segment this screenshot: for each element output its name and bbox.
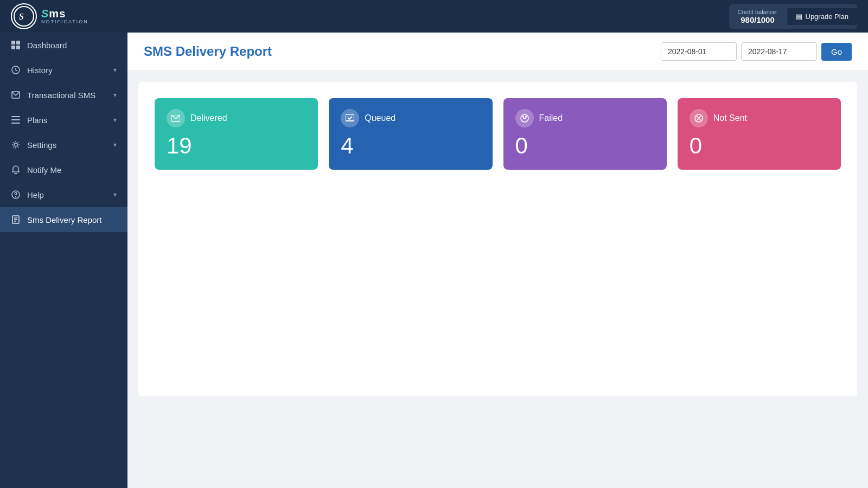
svg-point-22 bbox=[522, 116, 524, 117]
sidebar-item-notify-me[interactable]: Notify Me bbox=[0, 157, 127, 182]
chevron-down-icon: ▾ bbox=[113, 66, 117, 74]
logo-circle: S bbox=[11, 3, 37, 29]
chevron-down-icon: ▾ bbox=[113, 191, 117, 198]
bell-icon bbox=[11, 165, 21, 175]
question-icon bbox=[11, 190, 21, 200]
grid-icon bbox=[11, 40, 21, 50]
gear-icon bbox=[11, 140, 21, 150]
list-icon bbox=[11, 115, 21, 125]
sidebar-item-sms-delivery-report-label: Sms Delivery Report bbox=[27, 215, 102, 224]
svg-rect-2 bbox=[11, 41, 15, 44]
svg-rect-8 bbox=[11, 116, 20, 117]
upgrade-label: Upgrade Plan bbox=[806, 12, 849, 21]
queued-card: Queued 4 bbox=[329, 98, 492, 170]
sidebar-item-transactional-sms[interactable]: Transactional SMS ▾ bbox=[0, 82, 127, 107]
go-button[interactable]: Go bbox=[821, 43, 852, 61]
sidebar-item-plans[interactable]: Plans ▾ bbox=[0, 107, 127, 132]
failed-icon bbox=[515, 109, 534, 127]
queued-count: 4 bbox=[341, 133, 480, 159]
upgrade-plan-button[interactable]: ▤ Upgrade Plan bbox=[787, 8, 858, 25]
svg-point-21 bbox=[521, 114, 528, 122]
logo-notification-label: NOTIFICATION bbox=[41, 20, 88, 25]
sidebar-item-history-label: History bbox=[27, 66, 53, 75]
svg-rect-20 bbox=[346, 114, 354, 121]
header-right: Credit balance: 980/1000 ▤ Upgrade Plan bbox=[729, 4, 858, 29]
svg-point-14 bbox=[16, 197, 16, 197]
sidebar-item-settings[interactable]: Settings ▾ bbox=[0, 132, 127, 157]
svg-rect-10 bbox=[11, 123, 20, 124]
date-to-input[interactable] bbox=[741, 42, 817, 61]
envelope-icon bbox=[11, 90, 21, 100]
logo: S Sms NOTIFICATION bbox=[11, 3, 88, 29]
clock-icon bbox=[11, 65, 21, 75]
page-title-accent: S bbox=[144, 44, 152, 59]
svg-rect-4 bbox=[11, 46, 15, 49]
sidebar: Dashboard History ▾ bbox=[0, 33, 127, 488]
sidebar-item-settings-label: Settings bbox=[27, 140, 56, 150]
sidebar-item-plans-label: Plans bbox=[27, 115, 48, 125]
credit-label: Credit balance: bbox=[738, 9, 778, 15]
chevron-down-icon: ▾ bbox=[113, 116, 117, 124]
upgrade-icon: ▤ bbox=[796, 12, 802, 21]
svg-point-0 bbox=[14, 7, 34, 26]
queued-label: Queued bbox=[365, 113, 395, 123]
stats-grid: Delivered 19 Queued bbox=[155, 98, 841, 170]
sidebar-item-help[interactable]: Help ▾ bbox=[0, 182, 127, 207]
sidebar-item-transactional-sms-label: Transactional SMS bbox=[27, 91, 95, 100]
main-content: SMS Delivery Report Go bbox=[127, 33, 868, 488]
delivered-count: 19 bbox=[167, 133, 306, 159]
svg-rect-5 bbox=[16, 46, 20, 49]
sidebar-item-dashboard-label: Dashboard bbox=[27, 41, 67, 50]
sidebar-item-history[interactable]: History ▾ bbox=[0, 57, 127, 82]
cards-area: Delivered 19 Queued bbox=[138, 82, 857, 396]
delivered-label: Delivered bbox=[190, 113, 227, 123]
sidebar-item-help-label: Help bbox=[27, 190, 44, 200]
credit-value: 980/1000 bbox=[738, 15, 778, 24]
sidebar-item-sms-delivery-report[interactable]: Sms Delivery Report bbox=[0, 207, 127, 232]
svg-rect-9 bbox=[11, 119, 20, 120]
date-controls: Go bbox=[661, 42, 852, 61]
date-from-input[interactable] bbox=[661, 42, 737, 61]
failed-label: Failed bbox=[539, 113, 563, 123]
page-header: SMS Delivery Report Go bbox=[127, 33, 868, 71]
file-icon bbox=[11, 215, 21, 224]
svg-rect-3 bbox=[16, 41, 20, 44]
credit-balance: Credit balance: 980/1000 bbox=[729, 4, 787, 29]
svg-text:S: S bbox=[19, 12, 24, 21]
failed-card: Failed 0 bbox=[503, 98, 667, 170]
logo-text: Sms NOTIFICATION bbox=[41, 8, 88, 25]
failed-count: 0 bbox=[515, 133, 655, 159]
logo-sms-label: Sms bbox=[41, 8, 88, 20]
main-layout: Dashboard History ▾ bbox=[0, 33, 868, 488]
not-sent-card: Not Sent 0 bbox=[678, 98, 841, 170]
chevron-down-icon: ▾ bbox=[113, 141, 117, 149]
page-title: SMS Delivery Report bbox=[144, 44, 272, 59]
delivered-card: Delivered 19 bbox=[155, 98, 318, 170]
not-sent-count: 0 bbox=[690, 133, 829, 159]
queued-icon bbox=[341, 109, 359, 127]
delivered-icon bbox=[167, 109, 185, 127]
svg-point-23 bbox=[525, 116, 526, 117]
app-header: S Sms NOTIFICATION Credit balance: 980/1… bbox=[0, 0, 868, 33]
not-sent-icon bbox=[690, 109, 708, 127]
chevron-down-icon: ▾ bbox=[113, 91, 117, 99]
sidebar-item-dashboard[interactable]: Dashboard bbox=[0, 33, 127, 57]
sidebar-item-notify-me-label: Notify Me bbox=[27, 165, 61, 175]
svg-point-11 bbox=[14, 143, 17, 146]
not-sent-label: Not Sent bbox=[713, 113, 747, 123]
